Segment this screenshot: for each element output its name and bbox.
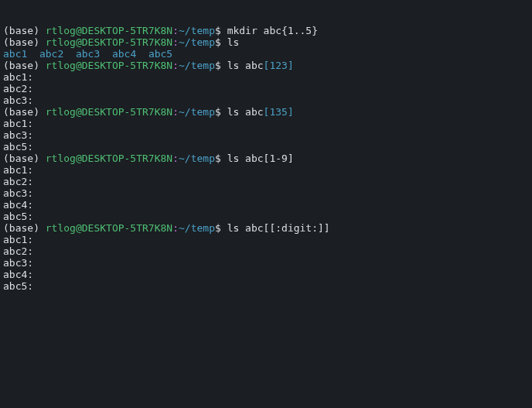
output-text: abc4:	[3, 199, 33, 211]
terminal-line: abc3:	[3, 187, 529, 199]
output-text: abc1:	[3, 234, 33, 245]
terminal-line: abc4:	[3, 199, 529, 211]
separator-colon: :	[172, 153, 179, 164]
command-text[interactable]: mkdir abc{1..5}	[227, 25, 318, 36]
directory-name: abc2	[39, 48, 63, 60]
output-text: abc1:	[3, 164, 33, 176]
command-arg[interactable]: [135]	[264, 106, 294, 118]
prompt-symbol: $	[215, 153, 227, 164]
user-host: rtlog@DESKTOP-5TR7K8N	[46, 153, 172, 164]
terminal-line: abc1:	[3, 118, 529, 129]
spacer	[100, 48, 112, 60]
directory-name: abc4	[112, 48, 136, 60]
spacer	[63, 48, 76, 60]
user-host: rtlog@DESKTOP-5TR7K8N	[46, 222, 172, 234]
terminal-line: abc2:	[3, 176, 529, 187]
output-text: abc2:	[3, 176, 33, 187]
prompt-symbol: $	[215, 106, 227, 118]
terminal-line: abc1:	[3, 164, 529, 176]
terminal-line: (base) rtlog@DESKTOP-5TR7K8N:~/temp$ mkd…	[3, 25, 529, 36]
command-text[interactable]: ls abc[[:digit:]]	[227, 222, 330, 234]
terminal-line: abc1:	[3, 234, 529, 245]
spacer	[136, 48, 148, 60]
output-text: abc3:	[3, 94, 33, 106]
terminal-line: abc3:	[3, 129, 529, 141]
output-text: abc5:	[3, 141, 33, 153]
output-text: abc1:	[3, 71, 33, 83]
cwd-path: ~/temp	[179, 36, 215, 48]
terminal-line: abc5:	[3, 280, 529, 292]
env-base: (base)	[3, 25, 46, 36]
user-host: rtlog@DESKTOP-5TR7K8N	[46, 106, 172, 118]
output-text: abc5:	[3, 211, 33, 222]
command-text[interactable]: ls abc	[227, 106, 264, 118]
user-host: rtlog@DESKTOP-5TR7K8N	[46, 25, 172, 36]
command-text[interactable]: ls abc[1-9]	[227, 153, 294, 164]
output-text: abc2:	[3, 83, 33, 94]
terminal-line: abc2:	[3, 245, 529, 257]
output-text: abc1:	[3, 118, 33, 129]
terminal-line: (base) rtlog@DESKTOP-5TR7K8N:~/temp$ ls …	[3, 60, 529, 71]
output-text: abc2:	[3, 245, 33, 257]
directory-name: abc1	[3, 48, 27, 60]
directory-name: abc5	[148, 48, 172, 60]
user-host: rtlog@DESKTOP-5TR7K8N	[46, 60, 172, 71]
user-host: rtlog@DESKTOP-5TR7K8N	[46, 36, 172, 48]
directory-name: abc3	[76, 48, 100, 60]
env-base: (base)	[3, 106, 46, 118]
prompt-symbol: $	[215, 222, 227, 234]
terminal-line: (base) rtlog@DESKTOP-5TR7K8N:~/temp$ ls …	[3, 222, 529, 234]
command-text[interactable]: ls abc	[227, 60, 264, 71]
terminal-line: abc3:	[3, 94, 529, 106]
prompt-symbol: $	[215, 36, 227, 48]
env-base: (base)	[3, 60, 46, 71]
env-base: (base)	[3, 153, 46, 164]
terminal-line: abc2:	[3, 83, 529, 94]
terminal-line: (base) rtlog@DESKTOP-5TR7K8N:~/temp$ ls	[3, 36, 529, 48]
prompt-symbol: $	[215, 60, 227, 71]
cwd-path: ~/temp	[179, 106, 215, 118]
terminal-line: abc5:	[3, 211, 529, 222]
terminal-line: abc5:	[3, 141, 529, 153]
output-text: abc3:	[3, 257, 33, 269]
separator-colon: :	[172, 36, 179, 48]
terminal-line: abc1 abc2 abc3 abc4 abc5	[3, 48, 529, 60]
command-arg[interactable]: [123]	[264, 60, 294, 71]
separator-colon: :	[172, 25, 179, 36]
output-text: abc5:	[3, 280, 33, 292]
terminal-line: (base) rtlog@DESKTOP-5TR7K8N:~/temp$ ls …	[3, 153, 529, 164]
terminal-line: (base) rtlog@DESKTOP-5TR7K8N:~/temp$ ls …	[3, 106, 529, 118]
terminal-line: abc3:	[3, 257, 529, 269]
terminal[interactable]: (base) rtlog@DESKTOP-5TR7K8N:~/temp$ mkd…	[0, 23, 532, 293]
terminal-line: abc1:	[3, 71, 529, 83]
command-text[interactable]: ls	[227, 36, 240, 48]
prompt-symbol: $	[215, 25, 227, 36]
cwd-path: ~/temp	[179, 153, 215, 164]
separator-colon: :	[172, 106, 179, 118]
env-base: (base)	[3, 36, 46, 48]
output-text: abc3:	[3, 187, 33, 199]
terminal-line: abc4:	[3, 269, 529, 280]
output-text: abc4:	[3, 269, 33, 280]
cwd-path: ~/temp	[179, 25, 215, 36]
cwd-path: ~/temp	[179, 60, 215, 71]
separator-colon: :	[172, 222, 179, 234]
cwd-path: ~/temp	[179, 222, 215, 234]
spacer	[27, 48, 39, 60]
separator-colon: :	[172, 60, 179, 71]
output-text: abc3:	[3, 129, 33, 141]
env-base: (base)	[3, 222, 46, 234]
